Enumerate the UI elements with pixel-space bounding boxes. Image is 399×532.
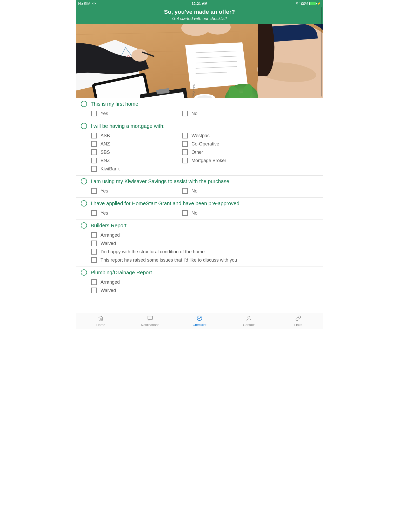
option-row[interactable]: I'm happy with the structural condition … — [91, 249, 320, 255]
hero-image: Sales Contract Sales Contract — [76, 24, 323, 98]
option-label: I'm happy with the structural condition … — [101, 249, 205, 255]
section-options: YesNo — [81, 210, 320, 216]
section-header[interactable]: Plumbing/Drainage Report — [81, 269, 320, 276]
checkbox[interactable] — [91, 232, 97, 238]
option-label: No — [191, 111, 197, 116]
checkbox[interactable] — [182, 188, 188, 194]
svg-rect-30 — [148, 316, 152, 320]
section-status-circle[interactable] — [81, 178, 87, 184]
links-icon — [295, 315, 301, 322]
svg-point-5 — [131, 49, 148, 62]
checkbox[interactable] — [91, 249, 97, 255]
option-row[interactable]: No — [182, 210, 320, 216]
option-label: Mortgage Broker — [191, 158, 226, 163]
option-row[interactable]: Arranged — [91, 232, 320, 238]
option-row[interactable]: KiwiBank — [91, 166, 182, 172]
bluetooth-icon — [296, 1, 298, 6]
tab-contact[interactable]: Contact — [224, 313, 274, 329]
section-title: Builders Report — [91, 223, 127, 229]
checkbox[interactable] — [182, 111, 188, 116]
section-header[interactable]: Builders Report — [81, 222, 320, 229]
tab-links[interactable]: Links — [274, 313, 323, 329]
section-header[interactable]: This is my first home — [81, 101, 320, 107]
checkbox[interactable] — [91, 149, 97, 155]
checkbox[interactable] — [91, 257, 97, 263]
option-label: Arranged — [101, 232, 120, 238]
option-row[interactable]: No — [182, 188, 320, 194]
section-header[interactable]: I have applied for HomeStart Grant and h… — [81, 200, 320, 207]
section-options: ArrangedWaived — [81, 279, 320, 293]
section-header[interactable]: I am using my Kiwisaver Savings to assis… — [81, 178, 320, 184]
page-subtitle: Get started with our checklist! — [79, 16, 320, 21]
option-row[interactable]: Waived — [91, 288, 320, 293]
option-label: Waived — [101, 241, 116, 246]
checkbox[interactable] — [182, 133, 188, 138]
option-row[interactable]: No — [182, 111, 320, 116]
page-header: So, you've made an offer? Get started wi… — [76, 7, 323, 24]
section-options: ArrangedWaivedI'm happy with the structu… — [81, 232, 320, 263]
option-label: Waived — [101, 288, 116, 293]
option-row[interactable]: BNZ — [91, 158, 182, 163]
checklist-section: Builders ReportArrangedWaivedI'm happy w… — [76, 220, 323, 267]
option-row[interactable]: SBS — [91, 149, 182, 155]
option-row[interactable]: Yes — [91, 188, 182, 194]
option-row[interactable]: Waived — [91, 241, 320, 246]
section-options: YesNo — [81, 111, 320, 116]
section-title: This is my first home — [91, 101, 138, 107]
tab-home[interactable]: Home — [76, 313, 125, 329]
option-row[interactable]: Arranged — [91, 279, 320, 285]
section-status-circle[interactable] — [81, 101, 87, 107]
option-label: KiwiBank — [101, 166, 120, 172]
checkbox[interactable] — [91, 141, 97, 147]
option-row[interactable]: ANZ — [91, 141, 182, 147]
checkbox[interactable] — [91, 279, 97, 285]
section-title: Plumbing/Drainage Report — [91, 270, 152, 276]
option-row[interactable]: Other — [182, 149, 320, 155]
checkbox[interactable] — [91, 188, 97, 194]
svg-point-31 — [197, 316, 202, 321]
checkbox[interactable] — [91, 241, 97, 246]
option-row[interactable]: Westpac — [182, 133, 320, 138]
home-icon — [98, 315, 104, 322]
option-row[interactable]: Mortgage Broker — [182, 158, 320, 163]
checkbox[interactable] — [182, 141, 188, 147]
option-label: Yes — [101, 188, 108, 194]
page-title: So, you've made an offer? — [79, 9, 320, 15]
checkbox[interactable] — [182, 158, 188, 163]
tab-notifications[interactable]: Notifications — [125, 313, 175, 329]
tab-label: Checklist — [193, 323, 207, 327]
checkbox[interactable] — [91, 210, 97, 216]
section-status-circle[interactable] — [81, 222, 87, 229]
section-status-circle[interactable] — [81, 123, 87, 129]
checkbox[interactable] — [182, 149, 188, 155]
option-row[interactable]: Co-Operative — [182, 141, 320, 147]
checkbox[interactable] — [91, 166, 97, 172]
option-label: Arranged — [101, 280, 120, 285]
wifi-icon — [92, 2, 96, 6]
section-status-circle[interactable] — [81, 200, 87, 207]
section-header[interactable]: I will be having a mortgage with: — [81, 123, 320, 129]
option-row[interactable]: Yes — [91, 111, 182, 116]
checklist-section: I have applied for HomeStart Grant and h… — [76, 198, 323, 220]
tab-label: Contact — [243, 323, 255, 327]
tab-checklist[interactable]: Checklist — [175, 313, 224, 329]
option-row[interactable]: This report has raised some issues that … — [91, 257, 320, 263]
section-status-circle[interactable] — [81, 269, 87, 276]
checkbox[interactable] — [91, 133, 97, 138]
option-label: Co-Operative — [191, 141, 219, 147]
section-title: I will be having a mortgage with: — [91, 123, 165, 129]
option-label: Yes — [101, 210, 108, 216]
option-row[interactable]: ASB — [91, 133, 182, 138]
option-row[interactable]: Yes — [91, 210, 182, 216]
option-label: Yes — [101, 111, 108, 116]
option-label: ANZ — [101, 141, 110, 147]
checkbox[interactable] — [91, 111, 97, 116]
checkbox[interactable] — [182, 210, 188, 216]
checkbox[interactable] — [91, 288, 97, 293]
checkbox[interactable] — [91, 158, 97, 163]
clock: 12:21 AM — [192, 2, 208, 6]
svg-marker-13 — [185, 42, 248, 89]
section-options: ASBWestpacANZCo-OperativeSBSOtherBNZMort… — [81, 133, 320, 172]
option-label: No — [191, 188, 197, 194]
checklist-icon — [196, 315, 203, 322]
